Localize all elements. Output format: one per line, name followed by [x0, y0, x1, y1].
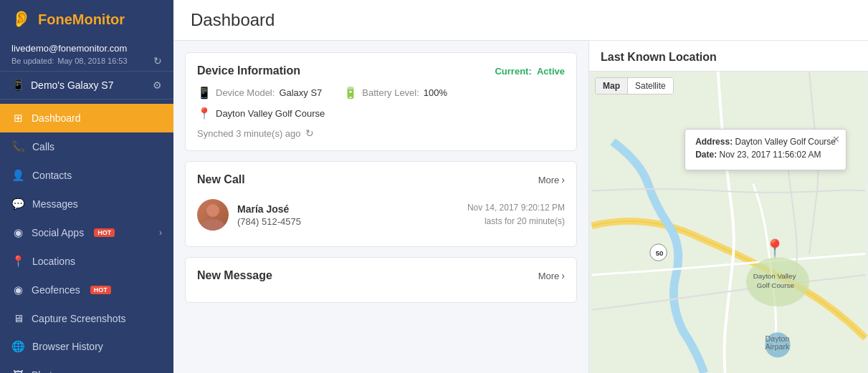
sidebar-item-contacts[interactable]: 👤 Contacts	[0, 161, 173, 190]
sidebar-item-dashboard[interactable]: ⊞ Dashboard	[0, 104, 173, 132]
device-info-card: Device Information Current: Active 📱 Dev…	[185, 52, 577, 151]
caller-avatar	[197, 199, 229, 231]
sidebar-item-label: Capture Screenshots	[32, 313, 126, 324]
sidebar-item-messages[interactable]: 💬 Messages	[0, 190, 173, 218]
sidebar-item-locations[interactable]: 📍 Locations	[0, 247, 173, 276]
page-header: Dashboard	[173, 0, 868, 41]
sync-info: Synched 3 minute(s) ago ↻	[197, 127, 565, 139]
sidebar: 👂 FoneMonitor livedemo@fonemonitor.com B…	[0, 0, 173, 373]
content-area: Device Information Current: Active 📱 Dev…	[173, 41, 868, 373]
sidebar-header: 👂 FoneMonitor	[0, 0, 173, 36]
device-selector[interactable]: 📱 Demo's Galaxy S7 ⚙	[0, 72, 173, 100]
battery-label: Battery Level:	[362, 87, 419, 98]
call-more-label: More	[538, 175, 560, 185]
sidebar-item-label: Geofences	[32, 284, 80, 296]
new-message-card: New Message More ›	[185, 257, 577, 303]
map-popup: ✕ Address: Dayton Valley Golf Course Dat…	[685, 129, 846, 170]
device-name-label: Demo's Galaxy S7	[31, 79, 114, 91]
screenshots-icon: 🖥	[11, 312, 24, 324]
chevron-right-icon2: ›	[561, 270, 565, 281]
sidebar-item-label: Photos	[32, 369, 63, 374]
locations-icon: 📍	[11, 255, 25, 268]
sidebar-item-social-apps[interactable]: ◉ Social Apps HOT ›	[0, 218, 173, 247]
call-row: María José (784) 512-4575 Nov 14, 2017 9…	[197, 195, 565, 235]
sidebar-item-calls[interactable]: 📞 Calls	[0, 132, 173, 161]
sidebar-item-geofences[interactable]: ◉ Geofences HOT	[0, 276, 173, 304]
call-duration: lasts for 20 minute(s)	[467, 215, 565, 228]
sidebar-item-label: Locations	[32, 256, 75, 267]
photos-icon: 🖼	[11, 369, 24, 373]
user-email: livedemo@fonemonitor.com	[11, 43, 162, 54]
sidebar-item-browser-history[interactable]: 🌐 Browser History	[0, 332, 173, 361]
dashboard-icon: ⊞	[11, 112, 24, 125]
calls-icon: 📞	[11, 140, 25, 153]
social-apps-icon: ◉	[11, 226, 24, 239]
message-more-label: More	[538, 271, 560, 281]
svg-text:Dayton Valley: Dayton Valley	[753, 272, 796, 280]
phone-icon: 📱	[197, 86, 211, 100]
call-time: Nov 14, 2017 9:20:12 PM	[467, 201, 565, 215]
device-icon: 📱	[11, 79, 25, 92]
svg-text:Airpark: Airpark	[765, 342, 790, 351]
user-updated-row: Be updated: May 08, 2018 16:53 ↻	[11, 55, 162, 67]
call-card-title: New Call	[197, 173, 245, 186]
refresh-icon[interactable]: ↻	[153, 55, 162, 67]
call-more-button[interactable]: More ›	[538, 174, 565, 185]
sidebar-item-label: Contacts	[32, 170, 72, 181]
logo-text: FoneMonitor	[38, 11, 125, 28]
main-content: Dashboard Device Information Current: Ac…	[173, 0, 868, 373]
sidebar-item-label: Social Apps	[32, 227, 84, 238]
sync-refresh-icon[interactable]: ↻	[305, 127, 314, 139]
satellite-button[interactable]: Satellite	[628, 78, 673, 94]
map-controls: Map Satellite	[595, 77, 674, 95]
map-container[interactable]: Dayton Airpark 50 Dayton Valley Golf Cou…	[589, 72, 868, 373]
chevron-right-icon: ›	[159, 228, 162, 238]
device-settings-icon[interactable]: ⚙	[153, 79, 162, 91]
popup-address-label: Address:	[695, 137, 733, 147]
new-call-card: New Call More › María José	[185, 161, 577, 247]
sidebar-item-photos[interactable]: 🖼 Photos	[0, 361, 173, 373]
browser-history-icon: 🌐	[11, 340, 25, 353]
svg-point-0	[206, 204, 219, 217]
map-pin: 📍	[764, 238, 786, 258]
map-button[interactable]: Map	[596, 78, 628, 94]
call-time-info: Nov 14, 2017 9:20:12 PM lasts for 20 min…	[467, 201, 565, 228]
sidebar-item-label: Messages	[32, 198, 78, 210]
logo-icon: 👂	[11, 10, 31, 29]
sync-text: Synched 3 minute(s) ago	[197, 128, 301, 139]
device-name: 📱 Demo's Galaxy S7	[11, 79, 114, 92]
sidebar-item-label: Dashboard	[32, 112, 81, 124]
messages-icon: 💬	[11, 198, 25, 210]
popup-date-row: Date: Nov 23, 2017 11:56:02 AM	[695, 150, 836, 160]
popup-date-label: Date:	[695, 150, 717, 160]
sidebar-item-capture-screenshots[interactable]: 🖥 Capture Screenshots	[0, 304, 173, 332]
battery-item: 🔋 Battery Level: 100%	[343, 86, 447, 100]
message-card-header: New Message More ›	[197, 269, 565, 282]
updated-time: May 08, 2018 16:53	[57, 57, 127, 65]
popup-address-value: Dayton Valley Golf Course	[735, 137, 836, 147]
nav-menu: ⊞ Dashboard 📞 Calls 👤 Contacts 💬 Message…	[0, 100, 173, 373]
caller-number: (784) 512-4575	[237, 216, 459, 227]
left-panels: Device Information Current: Active 📱 Dev…	[173, 41, 588, 373]
caller-name: María José	[237, 203, 459, 215]
message-more-button[interactable]: More ›	[538, 270, 565, 281]
svg-point-1	[201, 219, 224, 231]
svg-text:50: 50	[656, 249, 664, 257]
sidebar-item-label: Browser History	[32, 341, 103, 352]
call-card-header: New Call More ›	[197, 173, 565, 186]
geofences-icon: ◉	[11, 284, 24, 296]
popup-date-value: Nov 23, 2017 11:56:02 AM	[719, 150, 821, 160]
battery-icon: 🔋	[343, 86, 358, 100]
message-card-title: New Message	[197, 269, 272, 282]
page-title: Dashboard	[191, 10, 851, 30]
device-info-status: Current: Active	[495, 66, 565, 77]
location-item: 📍 Dayton Valley Golf Course	[197, 107, 565, 120]
popup-close-button[interactable]: ✕	[832, 134, 840, 145]
model-label: Device Model:	[216, 87, 275, 98]
contacts-icon: 👤	[11, 169, 25, 182]
call-details: María José (784) 512-4575	[237, 203, 459, 227]
location-value: Dayton Valley Golf Course	[216, 108, 325, 119]
user-info: livedemo@fonemonitor.com Be updated: May…	[0, 36, 173, 72]
updated-label: Be updated:	[11, 57, 54, 65]
device-info-header: Device Information Current: Active	[197, 64, 565, 77]
